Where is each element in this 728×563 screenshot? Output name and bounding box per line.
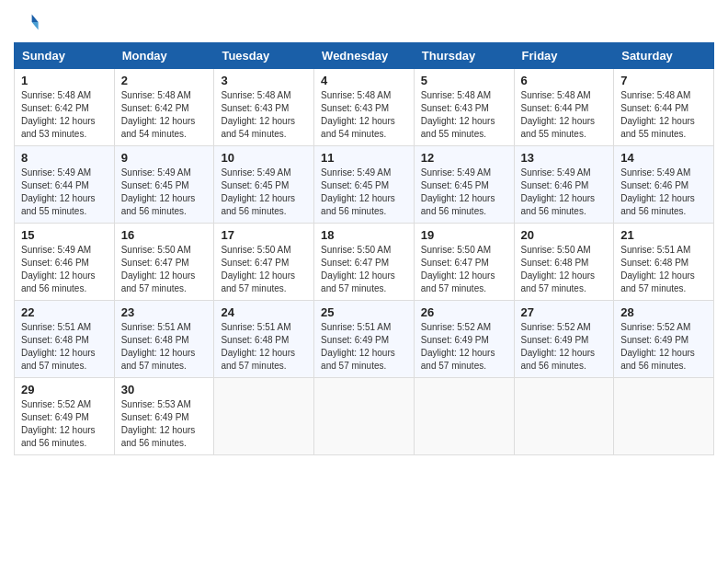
calendar-row: 22 Sunrise: 5:51 AMSunset: 6:48 PMDaylig… — [15, 301, 714, 378]
day-info: Sunrise: 5:50 AMSunset: 6:47 PMDaylight:… — [421, 244, 507, 295]
day-number: 28 — [620, 305, 707, 319]
day-number: 3 — [221, 74, 307, 87]
svg-marker-1 — [32, 22, 39, 29]
day-info: Sunrise: 5:50 AMSunset: 6:47 PMDaylight:… — [121, 244, 208, 295]
day-number: 19 — [421, 228, 507, 242]
day-number: 27 — [521, 305, 608, 319]
day-number: 23 — [121, 305, 208, 319]
weekday-header-row: SundayMondayTuesdayWednesdayThursdayFrid… — [15, 43, 714, 69]
day-info: Sunrise: 5:52 AMSunset: 6:49 PMDaylight:… — [21, 398, 108, 450]
day-info: Sunrise: 5:51 AMSunset: 6:48 PMDaylight:… — [121, 321, 208, 373]
day-number: 6 — [521, 74, 608, 87]
calendar-table: SundayMondayTuesdayWednesdayThursdayFrid… — [14, 42, 714, 455]
calendar-row: 15 Sunrise: 5:49 AMSunset: 6:46 PMDaylig… — [15, 224, 714, 301]
header — [14, 9, 714, 35]
calendar-cell: 20 Sunrise: 5:50 AMSunset: 6:48 PMDaylig… — [514, 224, 614, 301]
calendar-cell: 12 Sunrise: 5:49 AMSunset: 6:45 PMDaylig… — [414, 146, 514, 224]
day-number: 13 — [521, 151, 608, 165]
weekday-header-friday: Friday — [514, 43, 614, 69]
calendar-cell: 10 Sunrise: 5:49 AMSunset: 6:45 PMDaylig… — [214, 146, 314, 224]
day-info: Sunrise: 5:48 AMSunset: 6:43 PMDaylight:… — [321, 89, 407, 141]
calendar-cell: 1 Sunrise: 5:48 AMSunset: 6:42 PMDayligh… — [15, 69, 115, 146]
day-info: Sunrise: 5:50 AMSunset: 6:47 PMDaylight:… — [221, 244, 307, 295]
day-number: 29 — [21, 383, 108, 396]
day-info: Sunrise: 5:48 AMSunset: 6:43 PMDaylight:… — [221, 89, 307, 141]
day-number: 14 — [620, 151, 707, 165]
day-number: 26 — [421, 305, 507, 319]
day-number: 2 — [121, 74, 208, 87]
calendar-cell: 13 Sunrise: 5:49 AMSunset: 6:46 PMDaylig… — [514, 146, 614, 224]
day-info: Sunrise: 5:50 AMSunset: 6:48 PMDaylight:… — [521, 244, 608, 295]
day-info: Sunrise: 5:49 AMSunset: 6:45 PMDaylight:… — [321, 167, 407, 218]
day-number: 25 — [321, 305, 407, 319]
day-info: Sunrise: 5:52 AMSunset: 6:49 PMDaylight:… — [620, 321, 707, 373]
calendar-row: 1 Sunrise: 5:48 AMSunset: 6:42 PMDayligh… — [15, 69, 714, 146]
weekday-header-sunday: Sunday — [15, 43, 115, 69]
calendar-cell: 27 Sunrise: 5:52 AMSunset: 6:49 PMDaylig… — [514, 301, 614, 378]
weekday-header-wednesday: Wednesday — [314, 43, 415, 69]
day-info: Sunrise: 5:48 AMSunset: 6:43 PMDaylight:… — [421, 89, 507, 141]
day-number: 5 — [421, 74, 507, 87]
day-info: Sunrise: 5:51 AMSunset: 6:49 PMDaylight:… — [321, 321, 407, 373]
calendar-cell: 23 Sunrise: 5:51 AMSunset: 6:48 PMDaylig… — [114, 301, 214, 378]
calendar-cell: 19 Sunrise: 5:50 AMSunset: 6:47 PMDaylig… — [414, 224, 514, 301]
day-number: 16 — [121, 228, 208, 242]
day-info: Sunrise: 5:49 AMSunset: 6:44 PMDaylight:… — [21, 167, 108, 218]
logo — [14, 9, 43, 35]
day-info: Sunrise: 5:51 AMSunset: 6:48 PMDaylight:… — [21, 321, 108, 373]
calendar-cell: 21 Sunrise: 5:51 AMSunset: 6:48 PMDaylig… — [614, 224, 714, 301]
calendar-cell: 25 Sunrise: 5:51 AMSunset: 6:49 PMDaylig… — [314, 301, 415, 378]
calendar-row: 29 Sunrise: 5:52 AMSunset: 6:49 PMDaylig… — [15, 378, 714, 455]
calendar-cell: 30 Sunrise: 5:53 AMSunset: 6:49 PMDaylig… — [114, 378, 214, 455]
weekday-header-tuesday: Tuesday — [214, 43, 314, 69]
calendar-cell: 4 Sunrise: 5:48 AMSunset: 6:43 PMDayligh… — [314, 69, 415, 146]
day-number: 9 — [121, 151, 208, 165]
svg-marker-0 — [32, 15, 39, 22]
day-number: 7 — [620, 74, 707, 87]
day-info: Sunrise: 5:49 AMSunset: 6:45 PMDaylight:… — [421, 167, 507, 218]
day-number: 11 — [321, 151, 407, 165]
day-info: Sunrise: 5:51 AMSunset: 6:48 PMDaylight:… — [620, 244, 707, 295]
day-number: 18 — [321, 228, 407, 242]
day-number: 15 — [21, 228, 108, 242]
weekday-header-thursday: Thursday — [414, 43, 514, 69]
day-number: 20 — [521, 228, 608, 242]
calendar-cell — [614, 378, 714, 455]
day-info: Sunrise: 5:48 AMSunset: 6:42 PMDaylight:… — [121, 89, 208, 141]
day-info: Sunrise: 5:52 AMSunset: 6:49 PMDaylight:… — [421, 321, 507, 373]
calendar-cell: 7 Sunrise: 5:48 AMSunset: 6:44 PMDayligh… — [614, 69, 714, 146]
calendar-cell: 11 Sunrise: 5:49 AMSunset: 6:45 PMDaylig… — [314, 146, 415, 224]
day-number: 24 — [221, 305, 307, 319]
calendar-cell: 6 Sunrise: 5:48 AMSunset: 6:44 PMDayligh… — [514, 69, 614, 146]
weekday-header-saturday: Saturday — [614, 43, 714, 69]
day-number: 21 — [620, 228, 707, 242]
calendar-cell: 14 Sunrise: 5:49 AMSunset: 6:46 PMDaylig… — [614, 146, 714, 224]
day-info: Sunrise: 5:49 AMSunset: 6:46 PMDaylight:… — [620, 167, 707, 218]
day-number: 4 — [321, 74, 407, 87]
calendar-cell: 15 Sunrise: 5:49 AMSunset: 6:46 PMDaylig… — [15, 224, 115, 301]
calendar-cell: 18 Sunrise: 5:50 AMSunset: 6:47 PMDaylig… — [314, 224, 415, 301]
day-number: 8 — [21, 151, 108, 165]
day-info: Sunrise: 5:49 AMSunset: 6:46 PMDaylight:… — [521, 167, 608, 218]
calendar-cell: 28 Sunrise: 5:52 AMSunset: 6:49 PMDaylig… — [614, 301, 714, 378]
day-info: Sunrise: 5:48 AMSunset: 6:44 PMDaylight:… — [620, 89, 707, 141]
weekday-header-monday: Monday — [114, 43, 214, 69]
day-number: 10 — [221, 151, 307, 165]
day-info: Sunrise: 5:50 AMSunset: 6:47 PMDaylight:… — [321, 244, 407, 295]
day-info: Sunrise: 5:49 AMSunset: 6:45 PMDaylight:… — [221, 167, 307, 218]
calendar-cell: 26 Sunrise: 5:52 AMSunset: 6:49 PMDaylig… — [414, 301, 514, 378]
day-info: Sunrise: 5:49 AMSunset: 6:45 PMDaylight:… — [121, 167, 208, 218]
calendar-cell: 3 Sunrise: 5:48 AMSunset: 6:43 PMDayligh… — [214, 69, 314, 146]
calendar-cell: 29 Sunrise: 5:52 AMSunset: 6:49 PMDaylig… — [15, 378, 115, 455]
calendar-cell — [314, 378, 415, 455]
day-info: Sunrise: 5:49 AMSunset: 6:46 PMDaylight:… — [21, 244, 108, 295]
calendar-cell — [514, 378, 614, 455]
calendar-cell: 17 Sunrise: 5:50 AMSunset: 6:47 PMDaylig… — [214, 224, 314, 301]
day-number: 30 — [121, 383, 208, 396]
day-number: 12 — [421, 151, 507, 165]
logo-icon — [14, 9, 40, 35]
calendar-cell — [214, 378, 314, 455]
calendar-cell: 24 Sunrise: 5:51 AMSunset: 6:48 PMDaylig… — [214, 301, 314, 378]
day-number: 1 — [21, 74, 108, 87]
calendar-cell — [414, 378, 514, 455]
